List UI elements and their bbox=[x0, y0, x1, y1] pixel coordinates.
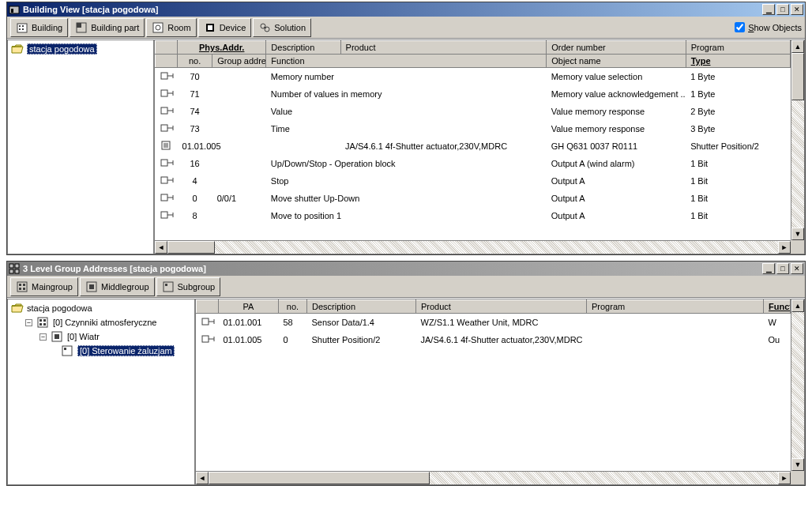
collapse-icon[interactable]: − bbox=[25, 319, 32, 326]
cell-no: 73 bbox=[178, 120, 212, 137]
tree-root[interactable]: stacja pogodowa bbox=[8, 42, 153, 56]
scroll-right-button[interactable]: ► bbox=[778, 241, 791, 254]
col-function[interactable]: Function bbox=[266, 55, 547, 68]
tree-node-label: [0] Wiatr bbox=[67, 332, 100, 341]
show-objects-input[interactable] bbox=[735, 22, 745, 32]
device-button[interactable]: Device bbox=[198, 18, 252, 37]
table-row[interactable]: 8Move to position 1Output A1 Bit bbox=[156, 207, 791, 224]
table-row[interactable]: 01.01.0050Shutter Position/2JA/S4.6.1 4f… bbox=[197, 331, 791, 348]
table-row[interactable]: 74ValueValue memory response2 Byte bbox=[156, 103, 791, 120]
cell-function: Stop bbox=[266, 172, 547, 190]
horizontal-scrollbar[interactable]: ◄ ► bbox=[196, 471, 791, 484]
cell-product: JA/S4.6.1 4f-Shutter actuator,230V,MDRC bbox=[340, 137, 547, 155]
col-phys-addr[interactable]: Phys.Addr. bbox=[178, 41, 266, 55]
scroll-left-button[interactable]: ◄ bbox=[155, 241, 167, 254]
solution-icon bbox=[258, 21, 271, 34]
col-description[interactable]: Description bbox=[307, 300, 416, 314]
comm-object-icon bbox=[201, 333, 216, 344]
col-function[interactable]: Function bbox=[764, 300, 791, 314]
tree-node[interactable]: − [0] Wiatr bbox=[36, 329, 194, 344]
tree-root[interactable]: stacja pogodowa bbox=[8, 301, 194, 315]
table-row[interactable]: 70Memory numberMemory value selection1 B… bbox=[156, 68, 791, 85]
cell-ga: 0/0/1 bbox=[212, 190, 266, 207]
col-pa[interactable]: PA bbox=[219, 300, 279, 314]
table-row[interactable]: 4StopOutput A1 Bit bbox=[156, 172, 791, 190]
cell-desc: Shutter Position/2 bbox=[307, 331, 416, 348]
scroll-up-button[interactable]: ▲ bbox=[791, 40, 804, 53]
scroll-thumb[interactable] bbox=[791, 53, 804, 100]
maximize-button[interactable]: □ bbox=[776, 263, 789, 274]
cell-no: 8 bbox=[178, 207, 212, 224]
col-order-number[interactable]: Order number bbox=[547, 41, 686, 55]
minimize-button[interactable]: ▁ bbox=[762, 4, 775, 15]
scroll-down-button[interactable]: ▼ bbox=[791, 228, 804, 240]
minimize-button[interactable]: ▁ bbox=[762, 263, 775, 274]
assoc-table[interactable]: PA no. Description Product Program Funct… bbox=[196, 299, 791, 348]
cell-no: 71 bbox=[178, 85, 212, 103]
cell-function: Value bbox=[266, 103, 547, 120]
col-product[interactable]: Product bbox=[416, 300, 587, 314]
header-row[interactable]: PA no. Description Product Program Funct… bbox=[197, 300, 791, 314]
svg-rect-47 bbox=[15, 269, 19, 273]
col-program[interactable]: Program bbox=[686, 41, 790, 55]
comm-object-icon bbox=[160, 175, 175, 186]
table-row[interactable]: 71Number of values in memoryMemory value… bbox=[156, 85, 791, 103]
middlegroup-button[interactable]: Middlegroup bbox=[80, 277, 155, 296]
maingroup-node-icon bbox=[37, 316, 50, 329]
cell-type: 2 Byte bbox=[686, 103, 790, 120]
building-button[interactable]: Building bbox=[10, 18, 68, 37]
cell-no: 70 bbox=[178, 68, 212, 85]
scroll-down-button[interactable]: ▼ bbox=[791, 458, 804, 471]
table-row[interactable]: 73TimeValue memory response3 Byte bbox=[156, 120, 791, 137]
maingroup-button[interactable]: Maingroup bbox=[10, 277, 78, 296]
col-no[interactable]: no. bbox=[279, 300, 307, 314]
cell-function: Up/Down/Stop - Operation block bbox=[266, 155, 547, 172]
header-row-1[interactable]: Phys.Addr. Description Product Order num… bbox=[156, 41, 791, 55]
table-row[interactable]: 01.01.005JA/S4.6.1 4f-Shutter actuator,2… bbox=[156, 137, 791, 155]
maximize-button[interactable]: □ bbox=[776, 4, 789, 15]
header-row-2[interactable]: no. Group addresse Function Object name … bbox=[156, 55, 791, 68]
svg-rect-60 bbox=[39, 323, 42, 326]
object-table[interactable]: Phys.Addr. Description Product Order num… bbox=[155, 40, 791, 224]
room-icon bbox=[152, 21, 164, 34]
vertical-scrollbar[interactable]: ▲ ▼ bbox=[791, 299, 804, 471]
col-description[interactable]: Description bbox=[266, 41, 340, 55]
tree-node[interactable]: − [0] Czynniki atmosferyczne bbox=[22, 315, 194, 329]
svg-rect-6 bbox=[22, 28, 24, 30]
col-program[interactable]: Program bbox=[587, 300, 764, 314]
middlegroup-node-icon bbox=[51, 330, 64, 343]
scroll-h-thumb[interactable] bbox=[209, 472, 430, 484]
col-object-name[interactable]: Object name bbox=[547, 55, 686, 68]
col-type[interactable]: Type bbox=[686, 55, 790, 68]
room-button[interactable]: Room bbox=[146, 18, 196, 37]
tree-pane[interactable]: stacja pogodowa bbox=[7, 40, 154, 254]
col-product[interactable]: Product bbox=[340, 41, 547, 55]
scroll-left-button[interactable]: ◄ bbox=[196, 472, 209, 484]
titlebar[interactable]: 3 Level Group Addresses [stacja pogodowa… bbox=[7, 262, 805, 276]
scroll-right-button[interactable]: ► bbox=[778, 472, 791, 484]
cell-object: Value memory response bbox=[547, 103, 686, 120]
col-group-addresses[interactable]: Group addresse bbox=[212, 55, 266, 68]
scroll-h-thumb[interactable] bbox=[167, 241, 215, 254]
scroll-up-button[interactable]: ▲ bbox=[791, 299, 804, 312]
vertical-scrollbar[interactable]: ▲ ▼ bbox=[791, 40, 804, 240]
table-row[interactable]: 01.01.00158Sensor Data/1.4WZ/S1.1 Weathe… bbox=[197, 314, 791, 331]
window-title: 3 Level Group Addresses [stacja pogodowa… bbox=[23, 264, 762, 273]
collapse-icon[interactable]: − bbox=[39, 333, 47, 341]
col-no[interactable]: no. bbox=[178, 55, 212, 68]
horizontal-scrollbar[interactable]: ◄ ► bbox=[155, 240, 791, 254]
close-button[interactable]: ✕ bbox=[791, 4, 803, 15]
titlebar[interactable]: Building View [stacja pogodowa] ▁ □ ✕ bbox=[7, 2, 805, 17]
table-row[interactable]: 16Up/Down/Stop - Operation blockOutput A… bbox=[156, 155, 791, 172]
close-button[interactable]: ✕ bbox=[791, 263, 803, 274]
building-part-button[interactable]: Building part bbox=[70, 18, 145, 37]
cell-order: GH Q631 0037 R0111 bbox=[547, 137, 686, 155]
tree-node[interactable]: [0] Sterowanie żaluzjam bbox=[58, 344, 194, 358]
solution-button[interactable]: Solution bbox=[253, 18, 311, 37]
subgroup-button[interactable]: Subgroup bbox=[156, 277, 221, 296]
show-objects-checkbox[interactable]: Show Objects bbox=[735, 22, 802, 32]
building-part-icon bbox=[75, 21, 88, 34]
cell-object: Output A (wind alarm) bbox=[547, 155, 686, 172]
table-row[interactable]: 00/0/1Move shutter Up-DownOutput A1 Bit bbox=[156, 190, 791, 207]
tree-pane[interactable]: stacja pogodowa − [0] Czynniki atmosfery… bbox=[7, 299, 195, 485]
